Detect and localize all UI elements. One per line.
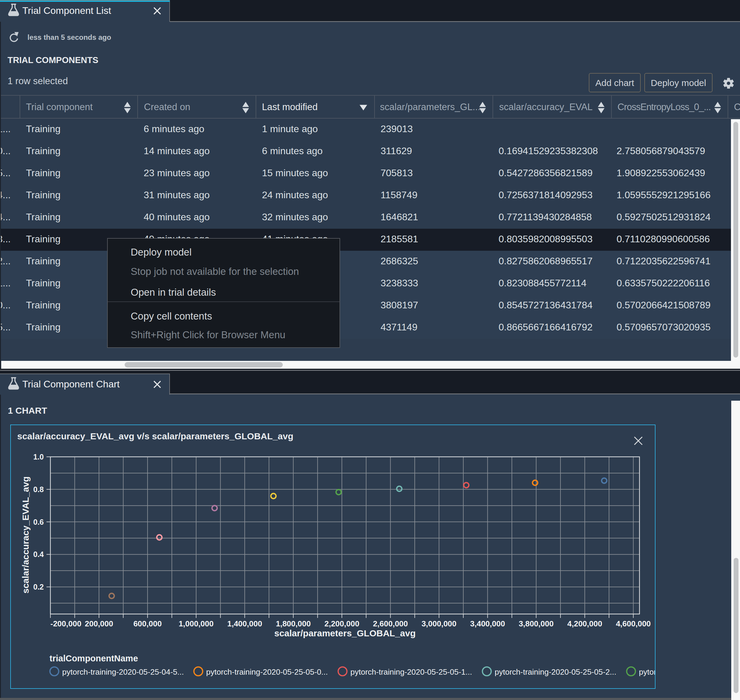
svg-text:3,000,000: 3,000,000 (422, 619, 457, 628)
svg-text:2,600,000: 2,600,000 (373, 619, 408, 628)
svg-text:scalar/accuracy_EVAL_avg v/s s: scalar/accuracy_EVAL_avg v/s scalar/para… (17, 431, 293, 441)
svg-text:1.0: 1.0 (33, 453, 44, 461)
svg-text:pytorch-training-2020-05-25-04: pytorch-training-2020-05-25-04-5... (62, 668, 184, 676)
svg-text:1,400,000: 1,400,000 (227, 619, 262, 628)
svg-text:0.2: 0.2 (33, 582, 44, 591)
svg-text:0.8: 0.8 (33, 485, 44, 494)
svg-text:scalar/parameters_GLOBAL_avg: scalar/parameters_GLOBAL_avg (274, 628, 416, 638)
svg-text:4,600,000: 4,600,000 (616, 619, 651, 628)
svg-text:200,000: 200,000 (85, 619, 113, 628)
svg-text:-200,000: -200,000 (50, 619, 81, 628)
svg-text:4,200,000: 4,200,000 (567, 619, 602, 628)
svg-text:pytorch-training-2020-05-25-05: pytorch-training-2020-05-25-05-1... (350, 668, 472, 676)
svg-text:1,000,000: 1,000,000 (179, 619, 214, 628)
svg-text:2,200,000: 2,200,000 (324, 619, 359, 628)
svg-text:3,400,000: 3,400,000 (470, 619, 505, 628)
svg-text:trialComponentName: trialComponentName (50, 653, 138, 663)
svg-text:pytorch-training-2020-05-25-05: pytorch-training-2020-05-25-05-2... (639, 668, 655, 676)
svg-text:3,800,000: 3,800,000 (519, 619, 554, 628)
svg-text:600,000: 600,000 (133, 619, 162, 628)
svg-text:pytorch-training-2020-05-25-05: pytorch-training-2020-05-25-05-0... (206, 668, 328, 676)
svg-text:0.6: 0.6 (33, 518, 44, 526)
svg-text:1,800,000: 1,800,000 (276, 619, 311, 628)
svg-text:scalar/accuracy_EVAL_avg: scalar/accuracy_EVAL_avg (21, 476, 31, 594)
svg-text:0.4: 0.4 (33, 550, 44, 559)
svg-text:pytorch-training-2020-05-25-05: pytorch-training-2020-05-25-05-2... (495, 668, 616, 676)
